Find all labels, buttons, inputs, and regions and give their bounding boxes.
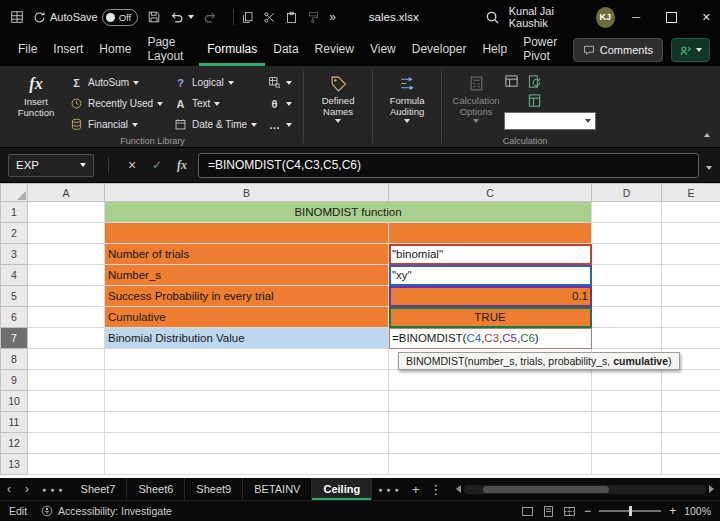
cell-c3[interactable]: "binomial" [389,244,592,265]
cell-a1[interactable] [28,202,105,223]
select-all-corner[interactable] [1,184,28,202]
cell[interactable] [662,454,720,475]
tab-formulas[interactable]: Formulas [199,34,265,66]
cell-e5[interactable] [662,286,720,307]
cell-b6[interactable]: Cumulative [105,307,389,328]
scrollbar-thumb[interactable] [483,486,609,493]
name-box[interactable]: EXP [8,154,94,177]
row-header-5[interactable]: 5 [1,286,28,307]
more-sheets-left-icon[interactable]: ● ● ● [36,478,70,500]
cell[interactable] [105,433,389,454]
tab-power-pivot[interactable]: Power Pivot [515,34,573,66]
next-sheet-icon[interactable]: › [18,478,36,500]
collapse-ribbon-icon[interactable] [704,123,710,141]
row-header-13[interactable]: 13 [1,454,28,475]
cell[interactable] [389,454,592,475]
cell[interactable] [389,433,592,454]
row-header-6[interactable]: 6 [1,307,28,328]
cell-d4[interactable] [592,265,662,286]
cell[interactable] [28,454,105,475]
column-header-b[interactable]: B [105,184,389,202]
sheet-tab-sheet9[interactable]: Sheet9 [185,478,243,500]
cell[interactable] [662,391,720,412]
tab-view[interactable]: View [362,34,404,66]
cell-a4[interactable] [28,265,105,286]
insert-function-fx-button[interactable]: fx [173,158,191,173]
scroll-right-icon[interactable] [709,485,714,493]
formula-input[interactable]: =BINOMDIST(C4,C3,C5,C6) [198,153,699,178]
user-name[interactable]: Kunal Jai Kaushik [509,5,588,29]
minimize-button[interactable]: ─ [623,0,650,34]
row-header-7[interactable]: 7 [1,328,28,349]
comments-button[interactable]: Comments [573,38,663,62]
app-icon[interactable] [10,10,24,24]
search-icon[interactable] [485,10,500,25]
cell-d5[interactable] [592,286,662,307]
avatar[interactable]: KJ [596,7,615,28]
insert-function-button[interactable]: fx Insert Function [8,70,64,119]
cell-d3[interactable] [592,244,662,265]
paste-button[interactable] [285,11,298,24]
cell-b5[interactable]: Success Probability in every trial [105,286,389,307]
calculate-now-button[interactable] [527,74,542,89]
redo-button[interactable] [203,10,217,24]
row-header-9[interactable]: 9 [1,370,28,391]
cell-b4[interactable]: Number_s [105,265,389,286]
financial-button[interactable]: Financial [64,115,168,134]
cell[interactable] [592,391,662,412]
formula-bar-expand-icon[interactable] [706,156,712,174]
save-button[interactable] [147,10,161,24]
cell-e3[interactable] [662,244,720,265]
page-layout-view-button[interactable] [542,505,555,518]
autosum-button[interactable]: Σ AutoSum [64,73,168,92]
maximize-button[interactable] [658,0,685,34]
cell[interactable] [389,391,592,412]
previous-sheet-icon[interactable]: ‹ [0,478,18,500]
cell[interactable] [28,370,105,391]
formula-auditing-button[interactable]: Formula Auditing [379,70,435,123]
scroll-left-icon[interactable] [456,485,461,493]
tab-developer[interactable]: Developer [404,34,475,66]
cell-c6[interactable]: TRUE [389,307,592,328]
cell[interactable] [28,433,105,454]
more-functions-button[interactable]: … [262,115,297,134]
cell-a2[interactable] [28,223,105,244]
tab-help[interactable]: Help [474,34,515,66]
cell-a3[interactable] [28,244,105,265]
row-header-8[interactable]: 8 [1,349,28,370]
zoom-slider-thumb[interactable] [629,506,632,516]
share-button[interactable] [671,38,710,62]
tab-file[interactable]: File [10,34,45,66]
zoom-slider[interactable] [599,510,661,512]
close-button[interactable]: × [693,0,720,34]
cell-c2[interactable] [389,223,592,244]
cell-b3[interactable]: Number of trials [105,244,389,265]
cell-a7[interactable] [28,328,105,349]
tab-page-layout[interactable]: Page Layout [139,34,199,66]
cell[interactable] [28,412,105,433]
cell[interactable] [28,391,105,412]
cell[interactable] [105,391,389,412]
cell-d1[interactable] [592,202,662,223]
cell-c7-active-formula[interactable]: =BINOMDIST(C4,C3,C5,C6) [389,328,592,349]
calculation-options-button[interactable]: Calculation Options [448,70,504,123]
zoom-in-button[interactable]: + [669,504,676,518]
horizontal-scrollbar[interactable] [456,478,714,500]
cancel-button[interactable]: × [123,157,141,173]
row-header-3[interactable]: 3 [1,244,28,265]
watch-window-button[interactable] [504,74,519,89]
zoom-out-button[interactable]: − [584,504,591,518]
cell-d6[interactable] [592,307,662,328]
cell-b7[interactable]: Binomial Distribution Value [105,328,389,349]
add-sheet-button[interactable]: + [406,478,426,500]
cell[interactable] [105,370,389,391]
more-sheets-right-icon[interactable]: ● ● ● [372,478,406,500]
sheet-tab-sheet6[interactable]: Sheet6 [127,478,185,500]
calculation-combobox[interactable] [504,112,596,130]
cell-b2[interactable] [105,223,389,244]
accessibility-status[interactable]: Accessibility: Investigate [41,505,172,517]
cell-a5[interactable] [28,286,105,307]
calculate-sheet-button[interactable] [527,93,542,108]
enter-button[interactable]: ✓ [148,158,166,172]
autosave-toggle[interactable]: AutoSave Off [33,9,138,26]
